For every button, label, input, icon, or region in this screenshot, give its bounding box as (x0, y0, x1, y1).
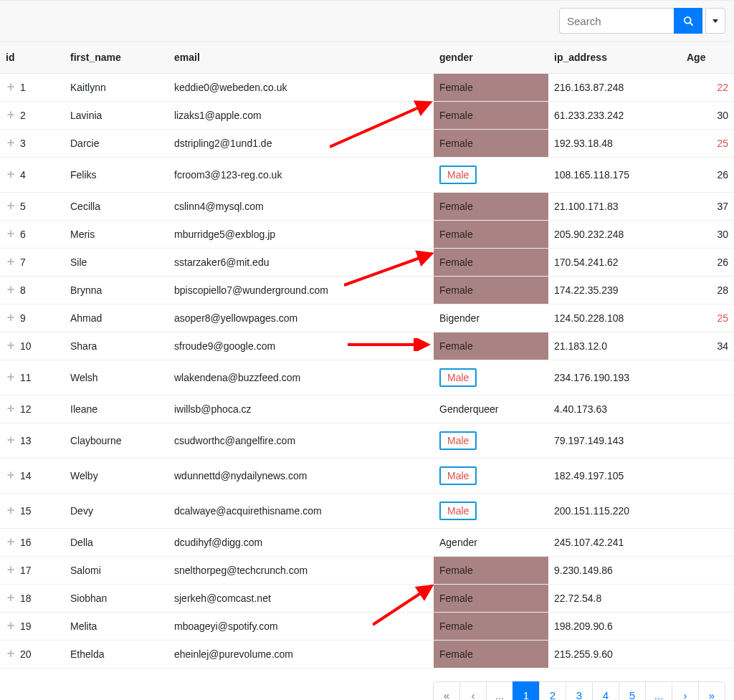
expand-row-icon[interactable]: + (6, 470, 16, 480)
search-options-dropdown[interactable] (705, 8, 725, 34)
page-first[interactable]: « (433, 681, 460, 700)
cell-first-name: Ileane (65, 395, 168, 423)
cell-age (681, 395, 734, 423)
expand-row-icon[interactable]: + (6, 229, 16, 239)
cell-gender: Bigender (434, 305, 548, 332)
cell-first-name: Meris (65, 221, 168, 249)
cell-gender: Female (434, 585, 548, 613)
table-row[interactable]: +9Ahmadasoper8@yellowpages.comBigender12… (0, 305, 734, 332)
table-row[interactable]: +6Merismburridge5@exblog.jpFemale205.90.… (0, 221, 734, 249)
cell-age (681, 557, 734, 585)
page-last[interactable]: » (698, 681, 725, 700)
col-header-first-name[interactable]: first_name (65, 42, 168, 74)
cell-id: +16 (0, 529, 65, 557)
expand-row-icon[interactable]: + (6, 312, 16, 322)
page-ellipsis[interactable]: ... (645, 681, 672, 700)
col-header-gender[interactable]: gender (434, 42, 548, 74)
cell-email: mboageyi@spotify.com (168, 613, 434, 641)
cell-gender: Agender (434, 529, 548, 557)
cell-email: fcroom3@123-reg.co.uk (168, 158, 434, 193)
page-ellipsis: ... (486, 681, 513, 700)
cell-id: +18 (0, 585, 65, 613)
cell-ip-address: 182.49.197.105 (548, 459, 681, 494)
table-row[interactable]: +15Devydcalwaye@acquirethisname.comMale2… (0, 494, 734, 529)
table-row[interactable]: +14Welbywdunnettd@nydailynews.comMale182… (0, 459, 734, 494)
cell-gender: Male (434, 459, 548, 494)
gender-highlight-box: Male (439, 466, 477, 485)
table-row[interactable]: +10Sharasfroude9@google.comFemale21.183.… (0, 332, 734, 360)
page-3[interactable]: 3 (566, 681, 593, 700)
table-row[interactable]: +3Darciedstripling2@1und1.deFemale192.93… (0, 130, 734, 158)
table-row[interactable]: +17Salomisnelthorpeg@techcrunch.comFemal… (0, 557, 734, 585)
page-2[interactable]: 2 (539, 681, 566, 700)
search-button[interactable] (674, 8, 702, 34)
table-row[interactable]: +19Melitamboageyi@spotify.comFemale198.2… (0, 613, 734, 641)
cell-id: +4 (0, 158, 65, 193)
table-row[interactable]: +1Kaitlynnkeddie0@webeden.co.ukFemale216… (0, 74, 734, 102)
cell-gender: Genderqueer (434, 395, 548, 423)
cell-id: +5 (0, 193, 65, 221)
cell-id: +13 (0, 423, 65, 459)
cell-age (681, 423, 734, 459)
page-1[interactable]: 1 (513, 681, 540, 700)
table-row[interactable]: +2Lavinializaks1@apple.comFemale61.233.2… (0, 102, 734, 130)
expand-row-icon[interactable]: + (6, 435, 16, 445)
expand-row-icon[interactable]: + (6, 565, 16, 575)
page-5[interactable]: 5 (619, 681, 646, 700)
cell-first-name: Kaitlynn (65, 74, 168, 102)
table-row[interactable]: +12Ileaneiwillsb@phoca.czGenderqueer4.40… (0, 395, 734, 423)
cell-gender: Female (434, 221, 548, 249)
table-row[interactable]: +13Claybournecsudworthc@angelfire.comMal… (0, 423, 734, 459)
table-row[interactable]: +7Silesstarzaker6@mit.eduFemale170.54.24… (0, 249, 734, 277)
cell-ip-address: 21.183.12.0 (548, 332, 681, 360)
expand-row-icon[interactable]: + (6, 505, 16, 515)
page-prev[interactable]: ‹ (459, 681, 487, 700)
expand-row-icon[interactable]: + (6, 256, 16, 267)
col-header-ip-address[interactable]: ip_address (548, 42, 681, 74)
expand-row-icon[interactable]: + (6, 110, 16, 120)
table-row[interactable]: +16Delladcudihyf@digg.comAgender245.107.… (0, 529, 734, 557)
table-row[interactable]: +8Brynnabpiscopiello7@wunderground.comFe… (0, 277, 734, 305)
expand-row-icon[interactable]: + (6, 201, 16, 211)
gender-highlight-box: Male (439, 166, 477, 184)
expand-row-icon[interactable]: + (6, 169, 16, 179)
cell-age: 22 (681, 74, 734, 102)
cell-first-name: Sile (65, 249, 168, 277)
search-input[interactable] (559, 8, 674, 34)
table-row[interactable]: +20Etheldaeheinlej@purevolume.comFemale2… (0, 641, 734, 668)
expand-row-icon[interactable]: + (6, 82, 16, 92)
cell-gender: Female (434, 277, 548, 305)
expand-row-icon[interactable]: + (6, 537, 16, 547)
page-next[interactable]: › (672, 681, 699, 700)
cell-ip-address: 234.176.190.193 (548, 360, 681, 395)
expand-row-icon[interactable]: + (6, 284, 16, 294)
expand-row-icon[interactable]: + (6, 403, 16, 413)
expand-row-icon[interactable]: + (6, 593, 16, 603)
cell-gender: Female (434, 193, 548, 221)
cell-first-name: Ahmad (65, 305, 168, 332)
col-header-id[interactable]: id (0, 42, 65, 74)
col-header-age[interactable]: Age (681, 42, 734, 74)
cell-id-value: 5 (20, 201, 26, 212)
expand-row-icon[interactable]: + (6, 340, 16, 350)
cell-id-value: 4 (20, 169, 26, 181)
cell-gender: Female (434, 332, 548, 360)
expand-row-icon[interactable]: + (6, 138, 16, 148)
table-row[interactable]: +11Welshwlakendena@buzzfeed.comMale234.1… (0, 360, 734, 395)
cell-ip-address: 200.151.115.220 (548, 494, 681, 529)
cell-first-name: Ethelda (65, 641, 168, 668)
cell-email: cslinn4@mysql.com (168, 193, 434, 221)
cell-age: 25 (681, 305, 734, 332)
cell-email: snelthorpeg@techcrunch.com (168, 557, 434, 585)
expand-row-icon[interactable]: + (6, 648, 16, 658)
table-footer: « ‹ ... 1 2 3 4 5 ... › » (0, 668, 734, 700)
table-row[interactable]: +4Feliksfcroom3@123-reg.co.ukMale108.165… (0, 158, 734, 193)
table-row[interactable]: +5Cecillacslinn4@mysql.comFemale21.100.1… (0, 193, 734, 221)
expand-row-icon[interactable]: + (6, 372, 16, 382)
expand-row-icon[interactable]: + (6, 620, 16, 631)
col-header-email[interactable]: email (168, 42, 434, 74)
cell-id: +3 (0, 130, 65, 158)
page-4[interactable]: 4 (592, 681, 619, 700)
cell-ip-address: 215.255.9.60 (548, 641, 681, 668)
table-row[interactable]: +18Siobhansjerkeh@comcast.netFemale22.72… (0, 585, 734, 613)
